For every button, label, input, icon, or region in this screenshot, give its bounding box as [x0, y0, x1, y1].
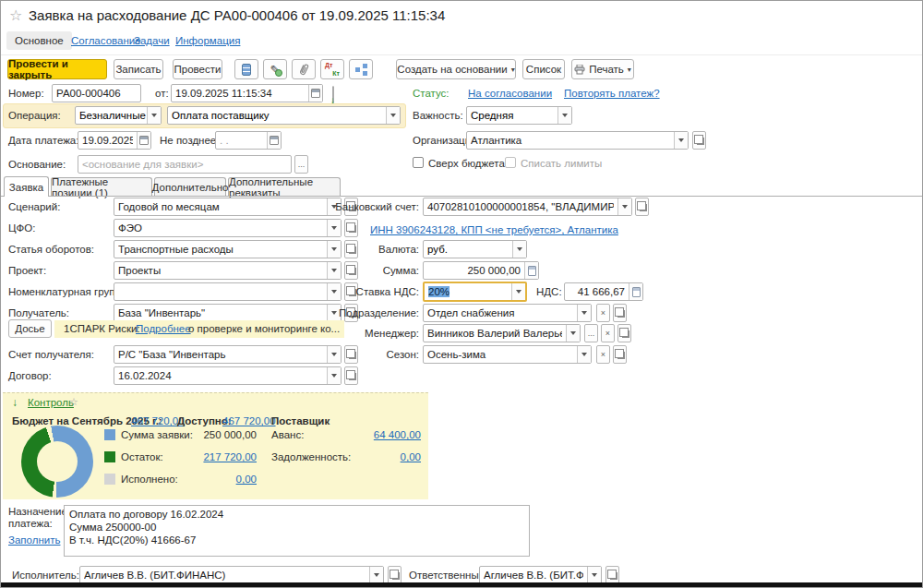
season-field[interactable]: [423, 345, 592, 364]
operation-type-field[interactable]: Безналичные: [75, 106, 162, 125]
nav-tab-main[interactable]: Основное: [6, 31, 72, 50]
recipient-input[interactable]: [114, 307, 327, 318]
post-and-close-button[interactable]: Провести и закрыть: [7, 59, 107, 79]
dropdown-button[interactable]: [327, 367, 341, 384]
basis-field[interactable]: [78, 155, 292, 174]
dt-kt-postings-button[interactable]: Дт Кт: [320, 59, 344, 79]
open-contract-button[interactable]: [344, 366, 358, 385]
recipient-account-field[interactable]: [114, 345, 342, 364]
amount-input[interactable]: [424, 265, 524, 276]
related-documents-button[interactable]: [349, 59, 373, 79]
enter-based-on-icon[interactable]: ↓: [332, 86, 334, 103]
attachments-button[interactable]: [292, 59, 316, 79]
project-input[interactable]: [114, 265, 327, 276]
manager-field[interactable]: [423, 324, 581, 342]
open-manager-button[interactable]: [617, 324, 631, 342]
document-register-button[interactable]: [234, 59, 258, 79]
turnover-item-field[interactable]: [114, 240, 342, 258]
legend-value-executed-link[interactable]: 0,00: [167, 474, 257, 485]
open-responsible-button[interactable]: [605, 566, 619, 584]
cfo-field[interactable]: [114, 219, 342, 237]
datetime-input[interactable]: [172, 88, 308, 99]
legend-value-remainder-link[interactable]: 217 720,00: [167, 451, 257, 462]
bank-account-input[interactable]: [424, 201, 617, 212]
dropdown-button[interactable]: [587, 567, 601, 583]
contract-field[interactable]: [114, 366, 342, 385]
dropdown-button[interactable]: [577, 305, 591, 321]
nomenclature-group-field[interactable]: [114, 282, 342, 301]
importance-field[interactable]: Средняя: [466, 106, 572, 125]
open-bank-account-button[interactable]: [635, 198, 649, 216]
create-based-on-button[interactable]: Создать на основании ▾: [396, 59, 516, 79]
department-input[interactable]: [424, 307, 577, 318]
bank-account-field[interactable]: [423, 198, 632, 216]
select-manager-button[interactable]: ...: [584, 324, 598, 342]
payment-date-input[interactable]: [78, 135, 137, 146]
calendar-button[interactable]: [267, 132, 281, 149]
calendar-button[interactable]: [308, 85, 322, 102]
purpose-textarea[interactable]: Оплата по договору 16.02.2024 Сумма 2500…: [64, 505, 530, 557]
dropdown-button[interactable]: [512, 241, 526, 258]
vat-rate-field[interactable]: 20%: [423, 282, 527, 302]
clear-season-button[interactable]: ×: [596, 345, 610, 364]
department-field[interactable]: [423, 304, 592, 322]
operation-kind-field[interactable]: Оплата поставщику: [167, 106, 401, 125]
organization-input[interactable]: [467, 135, 674, 146]
nomenclature-group-input[interactable]: [114, 286, 327, 297]
nav-tab-info[interactable]: Информация: [175, 35, 240, 46]
list-button[interactable]: Список: [522, 59, 565, 79]
control-pin-star-icon[interactable]: ☆: [69, 396, 78, 408]
favorite-star-icon[interactable]: ☆: [9, 6, 22, 24]
clear-department-button[interactable]: ×: [596, 304, 610, 322]
nav-tab-tasks[interactable]: Задачи: [134, 35, 170, 46]
season-input[interactable]: [424, 349, 577, 360]
dropdown-button[interactable]: [147, 107, 161, 124]
scenario-input[interactable]: [114, 201, 327, 212]
spark-more-link[interactable]: Подробнее: [136, 323, 191, 334]
save-button[interactable]: Записать: [114, 59, 163, 79]
executor-field[interactable]: [79, 566, 384, 584]
dropdown-button[interactable]: [674, 132, 688, 149]
collapse-arrow-icon[interactable]: ↓: [12, 396, 18, 409]
status-link[interactable]: На согласовании: [468, 88, 552, 99]
manager-input[interactable]: [424, 328, 566, 339]
number-field[interactable]: [52, 84, 141, 102]
dropdown-button[interactable]: [557, 107, 571, 124]
dropdown-button[interactable]: [511, 283, 525, 300]
open-organization-button[interactable]: [692, 131, 706, 150]
dropdown-button[interactable]: [369, 567, 383, 583]
dropdown-button[interactable]: [577, 346, 591, 363]
dropdown-button[interactable]: [617, 198, 631, 215]
calculator-button[interactable]: [524, 262, 538, 279]
repeat-payment-link[interactable]: Повторять платеж?: [564, 88, 660, 99]
nav-tab-approval[interactable]: Согласование: [71, 35, 141, 46]
edit-pen-button[interactable]: ✎: [263, 59, 287, 79]
vat-field[interactable]: [564, 282, 643, 301]
calendar-button[interactable]: [137, 132, 150, 149]
control-link[interactable]: Контроль: [28, 397, 74, 408]
tab-payment-positions[interactable]: Платежные позиции (1): [51, 177, 152, 197]
executor-input[interactable]: [80, 570, 369, 581]
inn-kpp-link[interactable]: ИНН 3906243128, КПП <не требуется>, Атла…: [370, 224, 618, 235]
open-executor-button[interactable]: [388, 566, 402, 584]
organization-field[interactable]: [466, 131, 689, 150]
debt-value-link[interactable]: 0,00: [333, 451, 421, 462]
project-field[interactable]: [114, 261, 342, 280]
turnover-item-input[interactable]: [114, 244, 327, 255]
dropdown-button[interactable]: [566, 325, 580, 342]
calculator-button[interactable]: [629, 283, 642, 300]
tab-additional[interactable]: Дополнительно: [154, 177, 226, 197]
advance-value-link[interactable]: 64 400,00: [333, 429, 421, 440]
dropdown-button[interactable]: [386, 107, 400, 124]
over-budget-checkbox[interactable]: [413, 157, 424, 168]
basis-input[interactable]: [78, 159, 291, 170]
datetime-field[interactable]: [171, 84, 323, 102]
budget-value-link[interactable]: 467 720,00: [131, 415, 185, 426]
payment-date-field[interactable]: [78, 131, 151, 150]
open-cfo-button[interactable]: [344, 219, 358, 237]
fill-purpose-link[interactable]: Заполнить: [8, 534, 60, 546]
open-season-button[interactable]: [613, 345, 627, 364]
available-value-link[interactable]: 467 720,00: [222, 415, 276, 426]
tab-request[interactable]: Заявка: [4, 176, 49, 197]
amount-field[interactable]: [423, 261, 539, 280]
